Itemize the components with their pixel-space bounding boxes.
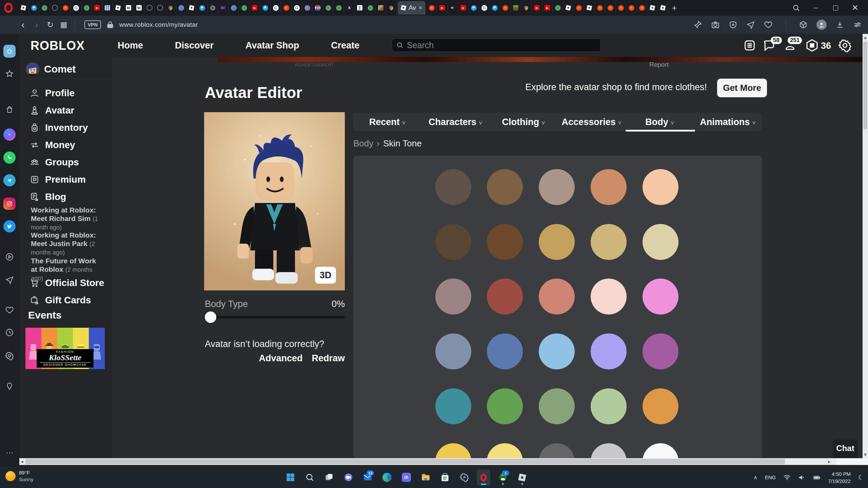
more-dots-icon[interactable]: ⋯ bbox=[3, 447, 16, 459]
flow-send-icon[interactable] bbox=[3, 274, 16, 286]
advanced-link[interactable]: Advanced bbox=[259, 353, 303, 363]
teams-chat-icon[interactable] bbox=[341, 469, 355, 486]
skin-tone-swatch[interactable] bbox=[487, 169, 523, 205]
mail-icon[interactable]: 13 bbox=[361, 469, 374, 486]
skin-tone-swatch[interactable] bbox=[591, 333, 627, 369]
skin-tone-swatch[interactable] bbox=[591, 388, 627, 424]
skin-tone-swatch[interactable] bbox=[591, 443, 627, 458]
browser-tab[interactable] bbox=[239, 2, 250, 14]
browser-tab[interactable]: G bbox=[71, 2, 81, 14]
horizontal-scrollbar[interactable]: ◂ ▸ bbox=[19, 458, 836, 465]
edge-icon[interactable] bbox=[380, 469, 394, 486]
browser-tab[interactable]: ᴒ bbox=[605, 2, 616, 14]
blog-post-link[interactable]: Working at Roblox: Meet Justin Park (2 m… bbox=[31, 231, 104, 256]
browser-tab[interactable]: ᴒ bbox=[595, 2, 605, 14]
browser-tab[interactable] bbox=[29, 2, 39, 14]
reload-icon[interactable]: ↻ bbox=[43, 21, 57, 29]
event-ad-klossette[interactable]: FASHION KloSSette DESIGNER SHOWCASE bbox=[25, 328, 105, 369]
browser-tab[interactable] bbox=[511, 2, 521, 14]
nav-create[interactable]: Create bbox=[331, 40, 359, 51]
skin-tone-swatch[interactable] bbox=[539, 224, 575, 260]
catalog-tab-accessories[interactable]: Accessories˅ bbox=[557, 113, 626, 131]
flow-send-icon[interactable] bbox=[746, 20, 755, 29]
browser-tab[interactable]: ▶ bbox=[92, 2, 102, 14]
extensions-bulb-icon[interactable] bbox=[3, 380, 16, 392]
browser-tab[interactable] bbox=[81, 2, 92, 14]
settings-gear-icon[interactable] bbox=[3, 350, 16, 362]
url-text[interactable]: www.roblox.com/my/avatar bbox=[119, 21, 198, 28]
lock-icon[interactable] bbox=[106, 20, 115, 29]
browser-tab[interactable]: 270 bbox=[313, 2, 323, 14]
sidebar-item-avatar[interactable]: Avatar bbox=[29, 103, 74, 118]
nav-avatar-shop[interactable]: Avatar Shop bbox=[245, 40, 299, 51]
skin-tone-swatch[interactable] bbox=[643, 279, 678, 314]
minimize-button[interactable]: ─ bbox=[812, 4, 820, 12]
twitter-icon[interactable] bbox=[3, 220, 16, 232]
nav-discover[interactable]: Discover bbox=[175, 40, 214, 51]
browser-tab[interactable]: G bbox=[479, 2, 490, 14]
ad-banner[interactable] bbox=[218, 57, 865, 62]
sidebar-item-profile[interactable]: Profile bbox=[29, 86, 75, 100]
skin-tone-swatch[interactable] bbox=[435, 443, 471, 458]
sidebar-item-premium[interactable]: Premium bbox=[29, 172, 86, 187]
language-indicator[interactable]: ENG bbox=[765, 474, 776, 480]
view-3d-button[interactable]: 3D bbox=[315, 267, 336, 284]
vertical-scrollbar-thumb[interactable] bbox=[863, 41, 867, 129]
downloads-icon[interactable] bbox=[835, 20, 844, 29]
favorites-heart-icon[interactable] bbox=[3, 304, 16, 316]
browser-tab[interactable]: ∑ bbox=[355, 2, 365, 14]
browser-tab[interactable] bbox=[521, 2, 532, 14]
browser-tab[interactable] bbox=[208, 2, 218, 14]
shopping-bag-icon[interactable] bbox=[3, 103, 16, 116]
clock-widget[interactable]: 4:50 PM 7/19/2022 bbox=[828, 470, 851, 485]
browser-tab[interactable]: ᴒ bbox=[427, 2, 437, 14]
skin-tone-swatch[interactable] bbox=[539, 333, 575, 369]
browser-tab[interactable]: ᴒ bbox=[60, 2, 71, 14]
browser-tab[interactable] bbox=[176, 2, 186, 14]
maximize-button[interactable] bbox=[831, 4, 840, 12]
taskbar-search-icon[interactable] bbox=[303, 469, 316, 486]
browser-tab[interactable]: 5 bbox=[302, 2, 313, 14]
player-icon[interactable] bbox=[3, 251, 16, 263]
catalog-tab-recent[interactable]: Recent˅ bbox=[353, 113, 421, 131]
skin-tone-swatch[interactable] bbox=[539, 169, 575, 205]
roblox-taskbar-icon[interactable] bbox=[515, 469, 529, 486]
skin-tone-swatch[interactable] bbox=[487, 333, 523, 369]
new-tab-button[interactable]: + bbox=[672, 3, 677, 13]
skin-tone-swatch[interactable] bbox=[487, 388, 523, 424]
body-type-slider-handle[interactable] bbox=[205, 311, 216, 323]
skin-tone-swatch[interactable] bbox=[591, 169, 627, 205]
sidebar-item-events[interactable]: Events bbox=[28, 309, 61, 321]
skin-tone-swatch[interactable] bbox=[643, 333, 678, 369]
browser-tab[interactable] bbox=[365, 2, 376, 14]
browser-tab[interactable] bbox=[376, 2, 386, 14]
browser-tab[interactable] bbox=[469, 2, 479, 14]
avatar-preview[interactable] bbox=[204, 112, 345, 290]
bookmarks-star-icon[interactable] bbox=[3, 68, 16, 80]
browser-tab[interactable] bbox=[563, 2, 574, 14]
browser-tab[interactable] bbox=[144, 2, 155, 14]
browser-tab[interactable] bbox=[647, 2, 658, 14]
skin-tone-swatch[interactable] bbox=[435, 224, 471, 260]
browser-tab[interactable] bbox=[260, 2, 271, 14]
taskbar-weather-widget[interactable]: 89°F Sunny bbox=[5, 469, 34, 483]
browser-tab[interactable]: G bbox=[292, 2, 302, 14]
scroll-up-arrow[interactable]: ▲ bbox=[863, 35, 868, 40]
skin-tone-swatch[interactable] bbox=[435, 169, 471, 205]
file-explorer-icon[interactable] bbox=[419, 469, 432, 486]
skin-tone-swatch[interactable] bbox=[643, 388, 678, 424]
browser-tab[interactable]: ▶ bbox=[542, 2, 553, 14]
history-clock-icon[interactable] bbox=[3, 326, 16, 339]
search-input[interactable]: Search bbox=[392, 38, 601, 52]
browser-tab[interactable]: ᴒ bbox=[637, 2, 647, 14]
sidebar-item-gift-cards[interactable]: Gift Cards bbox=[29, 293, 91, 307]
browser-tab[interactable]: ᴒ bbox=[281, 2, 292, 14]
browser-tab[interactable]: BF bbox=[218, 2, 229, 14]
blog-post-link[interactable]: Working at Roblox: Meet Richard Sim (1 m… bbox=[31, 206, 104, 231]
browser-profile-avatar[interactable] bbox=[816, 20, 827, 30]
browser-tab[interactable] bbox=[197, 2, 208, 14]
start-button[interactable] bbox=[283, 469, 297, 486]
speed-dial-home-icon[interactable] bbox=[3, 45, 16, 57]
browser-tab[interactable]: ᴒ bbox=[500, 2, 511, 14]
browser-tab[interactable] bbox=[113, 2, 123, 14]
